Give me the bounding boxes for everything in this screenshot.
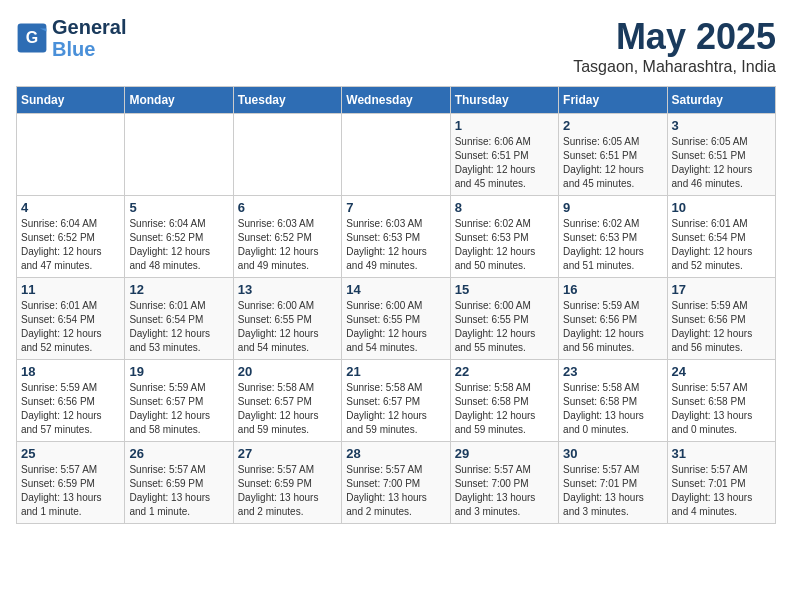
- day-number: 2: [563, 118, 662, 133]
- day-number: 29: [455, 446, 554, 461]
- week-row-3: 11Sunrise: 6:01 AM Sunset: 6:54 PM Dayli…: [17, 278, 776, 360]
- day-cell: 9Sunrise: 6:02 AM Sunset: 6:53 PM Daylig…: [559, 196, 667, 278]
- day-number: 24: [672, 364, 771, 379]
- day-number: 26: [129, 446, 228, 461]
- day-info: Sunrise: 5:57 AM Sunset: 6:59 PM Dayligh…: [129, 463, 228, 519]
- day-info: Sunrise: 6:02 AM Sunset: 6:53 PM Dayligh…: [563, 217, 662, 273]
- day-cell: [342, 114, 450, 196]
- page-header: G General Blue May 2025 Tasgaon, Maharas…: [16, 16, 776, 76]
- logo-icon: G: [16, 22, 48, 54]
- day-info: Sunrise: 5:59 AM Sunset: 6:56 PM Dayligh…: [672, 299, 771, 355]
- day-number: 22: [455, 364, 554, 379]
- logo-line2: Blue: [52, 38, 126, 60]
- day-info: Sunrise: 5:59 AM Sunset: 6:56 PM Dayligh…: [563, 299, 662, 355]
- day-number: 12: [129, 282, 228, 297]
- header-sunday: Sunday: [17, 87, 125, 114]
- day-number: 25: [21, 446, 120, 461]
- day-cell: 5Sunrise: 6:04 AM Sunset: 6:52 PM Daylig…: [125, 196, 233, 278]
- day-number: 30: [563, 446, 662, 461]
- day-number: 1: [455, 118, 554, 133]
- day-number: 5: [129, 200, 228, 215]
- day-info: Sunrise: 6:05 AM Sunset: 6:51 PM Dayligh…: [563, 135, 662, 191]
- day-info: Sunrise: 6:03 AM Sunset: 6:53 PM Dayligh…: [346, 217, 445, 273]
- day-info: Sunrise: 5:57 AM Sunset: 6:59 PM Dayligh…: [21, 463, 120, 519]
- day-cell: [233, 114, 341, 196]
- day-cell: 2Sunrise: 6:05 AM Sunset: 6:51 PM Daylig…: [559, 114, 667, 196]
- day-info: Sunrise: 5:58 AM Sunset: 6:58 PM Dayligh…: [455, 381, 554, 437]
- calendar-header: SundayMondayTuesdayWednesdayThursdayFrid…: [17, 87, 776, 114]
- day-info: Sunrise: 5:58 AM Sunset: 6:57 PM Dayligh…: [346, 381, 445, 437]
- day-number: 21: [346, 364, 445, 379]
- day-info: Sunrise: 5:59 AM Sunset: 6:56 PM Dayligh…: [21, 381, 120, 437]
- header-saturday: Saturday: [667, 87, 775, 114]
- day-info: Sunrise: 5:59 AM Sunset: 6:57 PM Dayligh…: [129, 381, 228, 437]
- day-cell: 11Sunrise: 6:01 AM Sunset: 6:54 PM Dayli…: [17, 278, 125, 360]
- day-number: 14: [346, 282, 445, 297]
- header-row: SundayMondayTuesdayWednesdayThursdayFrid…: [17, 87, 776, 114]
- day-number: 20: [238, 364, 337, 379]
- day-cell: 22Sunrise: 5:58 AM Sunset: 6:58 PM Dayli…: [450, 360, 558, 442]
- day-number: 31: [672, 446, 771, 461]
- day-info: Sunrise: 5:57 AM Sunset: 6:58 PM Dayligh…: [672, 381, 771, 437]
- day-cell: 29Sunrise: 5:57 AM Sunset: 7:00 PM Dayli…: [450, 442, 558, 524]
- day-number: 16: [563, 282, 662, 297]
- day-cell: 10Sunrise: 6:01 AM Sunset: 6:54 PM Dayli…: [667, 196, 775, 278]
- day-info: Sunrise: 5:57 AM Sunset: 7:01 PM Dayligh…: [672, 463, 771, 519]
- day-number: 28: [346, 446, 445, 461]
- day-cell: 13Sunrise: 6:00 AM Sunset: 6:55 PM Dayli…: [233, 278, 341, 360]
- day-info: Sunrise: 5:57 AM Sunset: 6:59 PM Dayligh…: [238, 463, 337, 519]
- day-cell: 30Sunrise: 5:57 AM Sunset: 7:01 PM Dayli…: [559, 442, 667, 524]
- day-cell: 20Sunrise: 5:58 AM Sunset: 6:57 PM Dayli…: [233, 360, 341, 442]
- day-info: Sunrise: 6:01 AM Sunset: 6:54 PM Dayligh…: [129, 299, 228, 355]
- day-info: Sunrise: 6:04 AM Sunset: 6:52 PM Dayligh…: [129, 217, 228, 273]
- day-cell: 6Sunrise: 6:03 AM Sunset: 6:52 PM Daylig…: [233, 196, 341, 278]
- day-cell: 27Sunrise: 5:57 AM Sunset: 6:59 PM Dayli…: [233, 442, 341, 524]
- day-cell: 3Sunrise: 6:05 AM Sunset: 6:51 PM Daylig…: [667, 114, 775, 196]
- day-info: Sunrise: 6:01 AM Sunset: 6:54 PM Dayligh…: [672, 217, 771, 273]
- day-cell: 25Sunrise: 5:57 AM Sunset: 6:59 PM Dayli…: [17, 442, 125, 524]
- header-tuesday: Tuesday: [233, 87, 341, 114]
- day-info: Sunrise: 6:02 AM Sunset: 6:53 PM Dayligh…: [455, 217, 554, 273]
- day-cell: 23Sunrise: 5:58 AM Sunset: 6:58 PM Dayli…: [559, 360, 667, 442]
- day-number: 18: [21, 364, 120, 379]
- day-cell: 31Sunrise: 5:57 AM Sunset: 7:01 PM Dayli…: [667, 442, 775, 524]
- day-info: Sunrise: 6:06 AM Sunset: 6:51 PM Dayligh…: [455, 135, 554, 191]
- day-number: 13: [238, 282, 337, 297]
- day-info: Sunrise: 6:00 AM Sunset: 6:55 PM Dayligh…: [238, 299, 337, 355]
- day-cell: 16Sunrise: 5:59 AM Sunset: 6:56 PM Dayli…: [559, 278, 667, 360]
- page-title: May 2025: [573, 16, 776, 58]
- week-row-2: 4Sunrise: 6:04 AM Sunset: 6:52 PM Daylig…: [17, 196, 776, 278]
- calendar-body: 1Sunrise: 6:06 AM Sunset: 6:51 PM Daylig…: [17, 114, 776, 524]
- day-cell: 15Sunrise: 6:00 AM Sunset: 6:55 PM Dayli…: [450, 278, 558, 360]
- day-info: Sunrise: 6:00 AM Sunset: 6:55 PM Dayligh…: [455, 299, 554, 355]
- header-thursday: Thursday: [450, 87, 558, 114]
- day-cell: 17Sunrise: 5:59 AM Sunset: 6:56 PM Dayli…: [667, 278, 775, 360]
- header-friday: Friday: [559, 87, 667, 114]
- day-number: 17: [672, 282, 771, 297]
- day-number: 4: [21, 200, 120, 215]
- day-cell: 26Sunrise: 5:57 AM Sunset: 6:59 PM Dayli…: [125, 442, 233, 524]
- page-subtitle: Tasgaon, Maharashtra, India: [573, 58, 776, 76]
- day-cell: 12Sunrise: 6:01 AM Sunset: 6:54 PM Dayli…: [125, 278, 233, 360]
- day-cell: [125, 114, 233, 196]
- day-cell: 8Sunrise: 6:02 AM Sunset: 6:53 PM Daylig…: [450, 196, 558, 278]
- day-info: Sunrise: 5:57 AM Sunset: 7:00 PM Dayligh…: [346, 463, 445, 519]
- day-number: 23: [563, 364, 662, 379]
- week-row-1: 1Sunrise: 6:06 AM Sunset: 6:51 PM Daylig…: [17, 114, 776, 196]
- day-cell: 19Sunrise: 5:59 AM Sunset: 6:57 PM Dayli…: [125, 360, 233, 442]
- day-number: 11: [21, 282, 120, 297]
- day-cell: [17, 114, 125, 196]
- week-row-4: 18Sunrise: 5:59 AM Sunset: 6:56 PM Dayli…: [17, 360, 776, 442]
- day-number: 9: [563, 200, 662, 215]
- week-row-5: 25Sunrise: 5:57 AM Sunset: 6:59 PM Dayli…: [17, 442, 776, 524]
- calendar-table: SundayMondayTuesdayWednesdayThursdayFrid…: [16, 86, 776, 524]
- day-cell: 1Sunrise: 6:06 AM Sunset: 6:51 PM Daylig…: [450, 114, 558, 196]
- day-number: 27: [238, 446, 337, 461]
- svg-text:G: G: [26, 29, 38, 46]
- day-cell: 14Sunrise: 6:00 AM Sunset: 6:55 PM Dayli…: [342, 278, 450, 360]
- day-info: Sunrise: 6:03 AM Sunset: 6:52 PM Dayligh…: [238, 217, 337, 273]
- day-info: Sunrise: 5:57 AM Sunset: 7:00 PM Dayligh…: [455, 463, 554, 519]
- day-cell: 28Sunrise: 5:57 AM Sunset: 7:00 PM Dayli…: [342, 442, 450, 524]
- day-info: Sunrise: 5:58 AM Sunset: 6:57 PM Dayligh…: [238, 381, 337, 437]
- logo-line1: General: [52, 16, 126, 38]
